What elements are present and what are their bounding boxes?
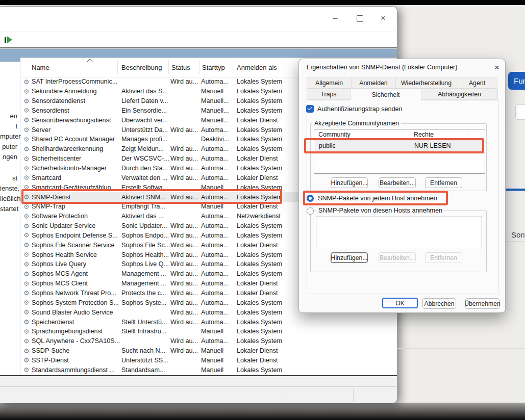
service-name: SSTP-Dienst (32, 357, 121, 364)
gear-icon: ⚙ (23, 280, 32, 287)
horizontal-scrollbar[interactable] (0, 376, 397, 387)
service-starttype: Automa... (201, 242, 237, 249)
service-row[interactable]: ⚙SSTP-DienstUnterstützt SS...ManuellLoka… (20, 355, 397, 365)
column-header-status[interactable]: Status (171, 64, 190, 71)
services-titlebar[interactable]: – × (0, 7, 397, 31)
minimize-button[interactable]: – (327, 11, 344, 26)
hosts-edit-button[interactable]: Bearbeiten... (379, 252, 416, 263)
highlight-community-entry (304, 138, 484, 153)
tab-abhaengigkeiten[interactable]: Abhängigkeiten (421, 89, 498, 100)
community-column-header[interactable]: Community (318, 131, 351, 138)
statusbar-divider (353, 388, 354, 402)
background-divider (505, 241, 525, 242)
gear-icon: ⚙ (23, 328, 32, 335)
tab-traps[interactable]: Traps (307, 89, 351, 100)
service-starttype: Automa... (201, 126, 237, 134)
play-triangle-icon (7, 36, 12, 43)
apply-button[interactable]: Übernehmen (465, 298, 499, 309)
gear-icon: ⚙ (23, 136, 32, 143)
service-row[interactable]: ⚙SprachumgebungsdienstStellt Infrastru..… (20, 327, 397, 336)
service-starttype: Deaktivi... (201, 136, 237, 143)
dialog-title: Eigenschaften von SNMP-Dienst (Lokaler C… (307, 64, 457, 71)
service-name: SQL Anywhere - Cxx7SA10S... (32, 337, 121, 345)
service-starttype: Automa... (201, 78, 237, 85)
service-starttype: Manuell (201, 347, 237, 354)
column-separator[interactable] (199, 61, 199, 74)
gear-icon: ⚙ (23, 242, 32, 248)
column-separator[interactable] (233, 61, 233, 74)
community-add-button[interactable]: Hinzufügen... (331, 177, 368, 188)
column-header-starttype[interactable]: Starttyp (202, 64, 225, 71)
auth-trap-checkbox[interactable] (306, 105, 314, 113)
service-row[interactable]: ⚙SSDP-SucheSucht nach N...Wird au...Manu… (20, 346, 397, 356)
gear-icon: ⚙ (23, 271, 32, 277)
close-button[interactable]: × (374, 11, 392, 26)
dialog-close-button[interactable]: × (491, 62, 503, 74)
function-button[interactable]: Fun (508, 72, 525, 90)
service-name: Sensorüberwachungsdienst (32, 117, 121, 124)
service-name: Sophos MCS Client (32, 280, 121, 287)
tab-wiederherstellung[interactable]: Wiederherstellung (395, 77, 457, 89)
hosts-remove-button[interactable]: Entfernen (425, 252, 462, 263)
tab-sicherheit[interactable]: Sicherheit (350, 89, 421, 100)
service-status: Wird au... (170, 280, 201, 287)
service-starttype: Automa... (201, 251, 237, 258)
toolbar-divider (0, 47, 397, 48)
service-starttype: Manuell (201, 88, 237, 95)
service-starttype: Manuell... (201, 117, 237, 124)
start-service-icon[interactable] (5, 36, 14, 43)
service-starttype: Automa... (201, 174, 237, 181)
partial-button[interactable] (515, 104, 525, 120)
column-separator[interactable] (168, 61, 169, 74)
service-row[interactable]: ⚙SpeicherdienstStellt Unterstü...Wird au… (20, 317, 397, 327)
gear-icon: ⚙ (23, 88, 32, 95)
service-logon: Lokaler Dienst (237, 357, 397, 364)
service-name: Sensordatendienst (32, 97, 121, 104)
gear-icon: ⚙ (23, 203, 32, 210)
gear-icon: ⚙ (23, 261, 32, 268)
ok-button[interactable]: OK (382, 298, 418, 308)
service-description: Überwacht ver... (121, 117, 170, 124)
hosts-list[interactable] (316, 217, 482, 249)
left-pane-text-fragment: ließlich (0, 194, 17, 204)
service-name: Smartcard (32, 174, 121, 181)
column-separator[interactable] (286, 61, 286, 74)
community-remove-button[interactable]: Entfernen (425, 177, 462, 188)
accept-these-hosts-label: SNMP-Pakete von diesen Hosts annehmen (317, 207, 444, 214)
column-separator[interactable] (117, 61, 118, 74)
service-name: Sound Blaster Audio Service (32, 309, 121, 316)
community-edit-button[interactable]: Bearbeiten... (379, 177, 416, 188)
tab-allgemein[interactable]: Allgemein (307, 77, 352, 89)
service-name: Sophos Network Threat Pro... (32, 290, 121, 297)
service-status: Wird au... (170, 337, 201, 345)
service-row[interactable]: ⚙SQL Anywhere - Cxx7SA10S...Wird au...Au… (20, 336, 397, 346)
service-starttype: Automa... (201, 299, 237, 306)
gear-icon: ⚙ (23, 223, 32, 229)
gear-icon: ⚙ (23, 155, 32, 162)
service-starttype: Automa... (201, 232, 237, 239)
column-header-name[interactable]: Name (32, 64, 49, 71)
service-logon: Lokales System (237, 319, 397, 326)
gear-icon: ⚙ (23, 290, 32, 296)
gear-icon: ⚙ (23, 213, 32, 220)
service-row[interactable]: ⚙Standardsammlungsdienst ...Standardsam.… (20, 365, 397, 375)
service-description: Durch den Sta... (121, 165, 170, 172)
maximize-button[interactable] (351, 11, 368, 26)
tab-anmelden[interactable]: Anmelden (351, 77, 396, 89)
accept-these-hosts-radio[interactable] (307, 207, 314, 215)
gear-icon: ⚙ (23, 366, 32, 373)
rights-column-header[interactable]: Rechte (414, 131, 434, 138)
hosts-add-button[interactable]: Hinzufügen... (331, 252, 368, 263)
status-bar (0, 387, 397, 403)
tab-agent[interactable]: Agent (457, 77, 497, 89)
service-description: Verwaltet den ... (121, 174, 170, 181)
column-header-logon[interactable]: Anmelden als (237, 64, 277, 71)
gear-icon: ⚙ (23, 98, 32, 104)
service-description: Stellt Infrastru... (121, 328, 170, 335)
cancel-button[interactable]: Abbrechen (422, 298, 456, 309)
service-name: Speicherdienst (32, 319, 121, 326)
column-header-description[interactable]: Beschreibung (121, 64, 162, 71)
sort-ascending-icon (88, 59, 93, 63)
service-starttype: Automa... (201, 260, 237, 268)
service-starttype: Manuell... (201, 107, 237, 114)
